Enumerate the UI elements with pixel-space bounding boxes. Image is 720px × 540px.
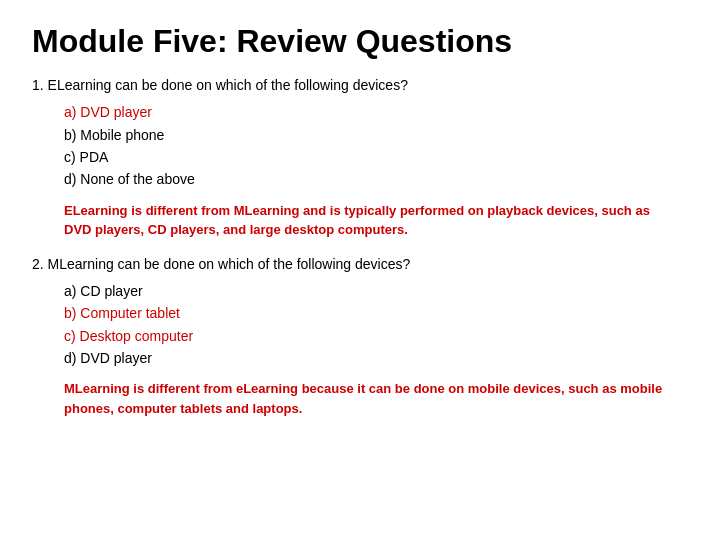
question-2-options: a) CD playerb) Computer tabletc) Desktop… (64, 280, 688, 370)
question-1-option-4: d) None of the above (64, 168, 688, 190)
question-1-option-2: b) Mobile phone (64, 124, 688, 146)
question-2-option-2: b) Computer tablet (64, 302, 688, 324)
question-2-option-4: d) DVD player (64, 347, 688, 369)
question-1-option-1: a) DVD player (64, 101, 688, 123)
question-block-2: 2. MLearning can be done on which of the… (32, 256, 688, 419)
question-1-options: a) DVD playerb) Mobile phonec) PDAd) Non… (64, 101, 688, 191)
question-block-1: 1. ELearning can be done on which of the… (32, 77, 688, 240)
page: Module Five: Review Questions 1. ELearni… (0, 0, 720, 540)
question-2-option-1: a) CD player (64, 280, 688, 302)
question-2-text: 2. MLearning can be done on which of the… (32, 256, 688, 272)
question-1-text: 1. ELearning can be done on which of the… (32, 77, 688, 93)
question-1-option-3: c) PDA (64, 146, 688, 168)
question-2-option-3: c) Desktop computer (64, 325, 688, 347)
question-1-feedback: ELearning is different from MLearning an… (64, 201, 664, 240)
page-title: Module Five: Review Questions (32, 24, 688, 59)
question-2-feedback: MLearning is different from eLearning be… (64, 379, 664, 418)
